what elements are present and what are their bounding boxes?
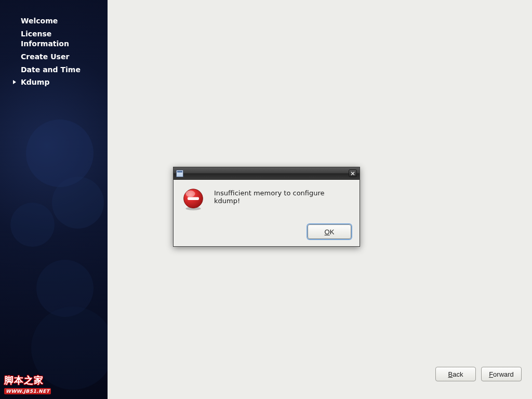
watermark: 脚本之家 WWW.JB51.NET — [4, 376, 51, 395]
decorative-bubble — [10, 203, 55, 247]
svg-rect-3 — [188, 197, 199, 200]
watermark-text-top: 脚本之家 — [4, 376, 51, 385]
watermark-text-bottom: WWW.JB51.NET — [4, 388, 51, 394]
dialog-content: Insufficient memory to configure kdump! — [182, 188, 351, 211]
wizard-footer-buttons: Back Forward — [435, 367, 522, 381]
step-date-and-time: Date and Time — [0, 63, 108, 76]
back-button[interactable]: Back — [435, 367, 476, 381]
error-dialog: Insufficient memory to configure kdump! … — [173, 167, 360, 247]
wizard-sidebar: Welcome License Information Create User … — [0, 0, 108, 399]
svg-point-2 — [185, 191, 195, 197]
wizard-steps-list: Welcome License Information Create User … — [0, 0, 108, 89]
close-button[interactable] — [349, 169, 357, 177]
dialog-titlebar[interactable] — [174, 167, 360, 180]
step-create-user: Create User — [0, 50, 108, 63]
window-icon — [176, 170, 183, 177]
dialog-message: Insufficient memory to configure kdump! — [214, 188, 351, 205]
step-welcome: Welcome — [0, 15, 108, 28]
step-license-information: License Information — [0, 28, 108, 50]
ok-button[interactable]: OK — [308, 224, 351, 239]
dialog-body: Insufficient memory to configure kdump! … — [174, 180, 360, 246]
close-icon — [351, 171, 355, 176]
error-icon — [182, 188, 205, 211]
dialog-button-row: OK — [182, 224, 351, 239]
forward-button[interactable]: Forward — [481, 367, 522, 381]
step-kdump: Kdump — [0, 76, 108, 89]
